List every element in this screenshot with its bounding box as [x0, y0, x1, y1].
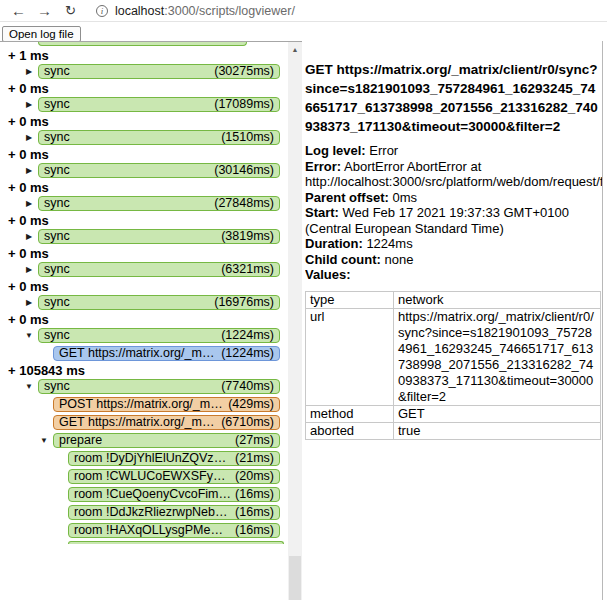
detail-field: Error: AbortError AbortError at http://l… — [305, 159, 602, 190]
url-path: :3000/scripts/logviewer/ — [164, 4, 295, 18]
item-duration: (429ms) — [224, 398, 274, 411]
time-gap-label: + 0 ms — [8, 115, 284, 128]
collapse-caret-icon[interactable]: ▼ — [20, 328, 38, 343]
item-duration: (16ms) — [231, 488, 274, 501]
timeline-row: ▶sync(30275ms) — [0, 64, 280, 79]
item-duration: (30146ms) — [210, 164, 274, 177]
expand-caret-icon[interactable]: ▶ — [20, 295, 38, 310]
timeline-row: room !DdJkzRliezrwpNebLk:…(16ms) — [0, 505, 280, 520]
item-duration: (30275ms) — [210, 65, 274, 78]
values-row: typenetwork — [306, 291, 601, 308]
timeline-item[interactable]: prepare(27ms) — [53, 433, 280, 448]
timeline-row: ▶sync(16976ms) — [0, 295, 280, 310]
timeline-row: ▼sync(1224ms) — [0, 328, 280, 343]
expand-caret-icon[interactable]: ▶ — [20, 196, 38, 211]
item-name: sync — [44, 65, 70, 78]
time-gap-label: + 105843 ms — [8, 364, 284, 377]
item-name: sync — [44, 131, 70, 144]
timeline-scrollbar[interactable]: ▲ — [288, 42, 302, 600]
timeline-item[interactable]: sync(30275ms) — [38, 64, 280, 79]
item-duration: (27848ms) — [210, 197, 274, 210]
time-gap-label: + 0 ms — [8, 247, 284, 260]
item-duration: (16976ms) — [210, 296, 274, 309]
expand-caret-icon[interactable]: ▶ — [20, 97, 38, 112]
timeline-row: ▼prepare(27ms) — [0, 433, 280, 448]
collapse-caret-icon[interactable]: ▼ — [35, 433, 53, 448]
item-name: sync — [44, 380, 70, 393]
timeline-item[interactable]: room !CWLUCoEWXSFyTC…(20ms) — [68, 469, 280, 484]
time-gap-label: + 0 ms — [8, 82, 284, 95]
timeline-item[interactable]: sync(27848ms) — [38, 196, 280, 211]
time-gap-label: + 1 ms — [8, 49, 284, 62]
browser-chrome: ← → ↻ i localhost:3000/scripts/logviewer… — [0, 0, 607, 22]
item-name: room !CueQoenyCvcoFimnsf… — [74, 488, 231, 501]
timeline-item[interactable]: sync(30146ms) — [38, 163, 280, 178]
clipped-item-top — [38, 42, 247, 46]
timeline-item[interactable]: room !DyDjYhlElUnZQVzhD…(21ms) — [68, 451, 280, 466]
expand-caret-icon[interactable]: ▶ — [20, 229, 38, 244]
scrollbar-thumb[interactable] — [289, 556, 301, 600]
item-name: room !DyDjYhlElUnZQVzhD… — [74, 452, 231, 465]
item-duration: (3819ms) — [217, 230, 274, 243]
timeline-row: ▶sync(30146ms) — [0, 163, 280, 178]
item-name: GET https://matrix.org/_matri… — [59, 347, 217, 360]
collapse-caret-icon[interactable]: ▼ — [20, 379, 38, 394]
timeline-item[interactable]: room !DdJkzRliezrwpNebLk:…(16ms) — [68, 505, 280, 520]
item-name: sync — [44, 263, 70, 276]
timeline-row: room !CueQoenyCvcoFimnsf…(16ms) — [0, 487, 280, 502]
item-name: sync — [44, 98, 70, 111]
time-gap-label: + 0 ms — [8, 181, 284, 194]
value-key: method — [306, 405, 394, 422]
item-name: sync — [44, 197, 70, 210]
timeline-row: room !HAXqOLLysgPMeGKh…(16ms) — [0, 523, 280, 538]
forward-icon[interactable]: → — [37, 3, 52, 18]
expand-caret-icon[interactable]: ▶ — [20, 130, 38, 145]
url-host: localhost — [115, 4, 164, 18]
item-duration: (16ms) — [231, 506, 274, 519]
back-icon[interactable]: ← — [11, 3, 26, 18]
timeline-row: ▶sync(27848ms) — [0, 196, 280, 211]
timeline-item[interactable]: GET https://matrix.org/_matri…(6710ms) — [53, 415, 280, 430]
refresh-icon[interactable]: ↻ — [65, 3, 76, 18]
timeline-item[interactable]: room !HAXqOLLysgPMeGKh…(16ms) — [68, 523, 280, 538]
timeline-item[interactable]: POST https://matrix.org/_matri…(429ms) — [53, 397, 280, 412]
time-gap-label: + 0 ms — [8, 313, 284, 326]
timeline-item[interactable]: sync(6321ms) — [38, 262, 280, 277]
detail-title: GET https://matrix.org/_matrix/client/r0… — [305, 60, 602, 136]
item-name: sync — [44, 329, 70, 342]
timeline-item[interactable]: sync(16976ms) — [38, 295, 280, 310]
timeline-list: + 1 ms▶sync(30275ms)+ 0 ms▶sync(17089ms)… — [0, 42, 302, 600]
timeline-row: GET https://matrix.org/_matri…(1224ms) — [0, 346, 280, 361]
item-duration: (1510ms) — [217, 131, 274, 144]
timeline-row: ▶sync(6321ms) — [0, 262, 280, 277]
expand-caret-icon[interactable]: ▶ — [20, 64, 38, 79]
timeline-item[interactable]: sync(17089ms) — [38, 97, 280, 112]
item-duration: (1224ms) — [217, 347, 274, 360]
timeline-row: POST https://matrix.org/_matri…(429ms) — [0, 397, 280, 412]
scroll-up-icon[interactable]: ▲ — [288, 42, 302, 56]
open-log-file-button[interactable]: Open log file — [2, 26, 81, 42]
item-name: room !CWLUCoEWXSFyTC… — [74, 470, 231, 483]
address-bar[interactable]: localhost:3000/scripts/logviewer/ — [115, 4, 295, 18]
timeline-item[interactable]: sync(1224ms) — [38, 328, 280, 343]
expand-caret-icon[interactable]: ▶ — [20, 262, 38, 277]
site-info-icon[interactable]: i — [96, 5, 108, 17]
value-key: type — [306, 291, 394, 308]
timeline-item[interactable]: sync(7740ms) — [38, 379, 280, 394]
values-row: abortedtrue — [306, 422, 601, 439]
detail-field: Log level: Error — [305, 143, 602, 159]
value-cell: network — [394, 291, 601, 308]
timeline-item[interactable]: room !CueQoenyCvcoFimnsf…(16ms) — [68, 487, 280, 502]
expand-caret-icon[interactable]: ▶ — [20, 163, 38, 178]
time-gap-label: + 0 ms — [8, 148, 284, 161]
timeline-row: GET https://matrix.org/_matri…(6710ms) — [0, 415, 280, 430]
timeline-item[interactable]: sync(3819ms) — [38, 229, 280, 244]
timeline-item-selected[interactable]: GET https://matrix.org/_matri…(1224ms) — [53, 346, 280, 361]
detail-fields: Log level: ErrorError: AbortError AbortE… — [305, 143, 602, 283]
timeline-item[interactable]: sync(1510ms) — [38, 130, 280, 145]
time-gap-label: + 0 ms — [8, 214, 284, 227]
value-key: url — [306, 308, 394, 405]
item-duration: (7740ms) — [217, 380, 274, 393]
time-gap-label: + 0 ms — [8, 280, 284, 293]
timeline-row: room !CWLUCoEWXSFyTC…(20ms) — [0, 469, 280, 484]
